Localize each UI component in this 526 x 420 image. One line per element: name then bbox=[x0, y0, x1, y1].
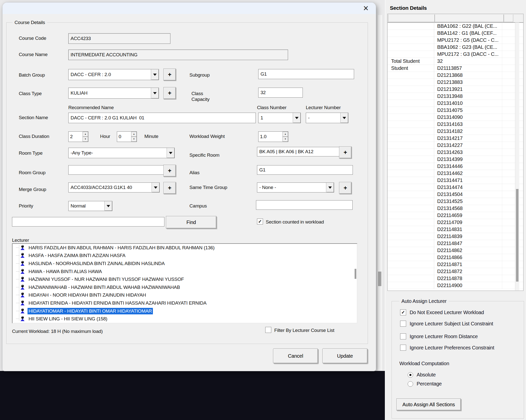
section-counted-checkbox[interactable]: ✓ bbox=[257, 219, 263, 225]
table-row[interactable]: D21213883 bbox=[388, 79, 523, 86]
table-row[interactable]: BBA1142 : G1 (BAL (CEF... bbox=[388, 30, 523, 37]
table-row[interactable]: MPU2172 : G3 (DACC - C... bbox=[388, 51, 523, 58]
table-row[interactable]: D22114839 bbox=[388, 233, 523, 240]
room-type-select[interactable]: -Any Type- bbox=[68, 148, 175, 158]
table-row[interactable]: D21314474 bbox=[388, 184, 523, 191]
add-same-time-group-button[interactable]: + bbox=[339, 182, 352, 194]
table-row[interactable]: D21314525 bbox=[388, 198, 523, 205]
chevron-down-icon[interactable] bbox=[104, 201, 112, 211]
table-row[interactable]: D22114871 bbox=[388, 261, 523, 268]
table-row[interactable]: StudentD21113857 bbox=[388, 65, 523, 72]
table-row[interactable]: D21314504 bbox=[388, 191, 523, 198]
table-row[interactable]: D22114866 bbox=[388, 254, 523, 261]
table-row[interactable]: D22114709 bbox=[388, 219, 523, 226]
course-name-field[interactable]: INTERMEDIATE ACCOUNTING bbox=[68, 50, 288, 60]
minute-stepper[interactable]: 0 ▲▼ bbox=[117, 131, 137, 142]
close-icon[interactable]: × bbox=[360, 3, 371, 14]
table-row[interactable]: D21314182 bbox=[388, 128, 523, 135]
chevron-down-icon[interactable] bbox=[326, 183, 334, 192]
table-row[interactable]: D22114878 bbox=[388, 275, 523, 282]
checkbox[interactable] bbox=[400, 345, 406, 351]
workload-computation-radio-row[interactable]: Absolute bbox=[408, 372, 436, 378]
auto-assign-all-sections-button[interactable]: Auto Assign All Sections bbox=[396, 398, 461, 410]
spinner-up-icon[interactable]: ▲ bbox=[83, 132, 88, 137]
table-row[interactable]: D22114862 bbox=[388, 247, 523, 254]
checkbox[interactable] bbox=[400, 333, 406, 339]
chevron-down-icon[interactable] bbox=[151, 69, 159, 80]
auto-assign-checkbox-row[interactable]: ✓Do Not Exceed Lecturer Workload bbox=[400, 309, 484, 315]
cancel-button[interactable]: Cancel bbox=[273, 348, 318, 363]
table-row[interactable]: D21314075 bbox=[388, 107, 523, 114]
auto-assign-checkbox-row[interactable]: Ignore Lecturer Room Distance bbox=[400, 333, 478, 339]
table-row[interactable]: D21213921 bbox=[388, 86, 523, 93]
table-row[interactable]: D21314568 bbox=[388, 205, 523, 212]
spinner-down-icon[interactable]: ▼ bbox=[283, 137, 288, 142]
table-row[interactable]: D21314163 bbox=[388, 121, 523, 128]
table-header-cell[interactable] bbox=[388, 15, 435, 22]
table-row[interactable]: MPU2172 : G5 (DACC - C... bbox=[388, 37, 523, 44]
priority-select[interactable]: Normal bbox=[68, 201, 112, 211]
table-row[interactable]: D21314446 bbox=[388, 163, 523, 170]
class-capacity-field[interactable]: 32 bbox=[258, 88, 303, 98]
merge-group-select[interactable]: ACC4033/ACC4233 G1K1 40 bbox=[68, 182, 160, 192]
table-row[interactable]: D21314010 bbox=[388, 100, 523, 107]
chevron-down-icon[interactable] bbox=[293, 113, 301, 123]
lecturer-list-item[interactable]: HII SIEW LING - HII SIEW LING (158) bbox=[13, 315, 357, 323]
table-row[interactable]: D21314462 bbox=[388, 170, 523, 177]
lecturer-list-item[interactable]: HIDAYAH - NOOR HIDAYAH BINTI ZAINUDIN HI… bbox=[13, 291, 357, 299]
lecturer-number-select[interactable]: - bbox=[306, 113, 348, 123]
auto-assign-checkbox-row[interactable]: Ignore Lecturer Subject List Constraint bbox=[400, 321, 493, 327]
workload-computation-radio-row[interactable]: Percentage bbox=[408, 381, 442, 387]
specific-room-field[interactable]: BK A05 | BK A06 | BK A12 bbox=[257, 147, 341, 156]
lecturer-list[interactable]: HARIS FADZILAH BIN ABDUL RAHMAN - HARIS … bbox=[12, 243, 357, 323]
background-scrollbar[interactable] bbox=[377, 15, 383, 370]
table-scrollbar[interactable] bbox=[515, 23, 519, 290]
spinner-up-icon[interactable]: ▲ bbox=[131, 132, 137, 137]
add-class-type-button[interactable]: + bbox=[163, 87, 176, 99]
lecturer-list-item[interactable]: HAWA - HAWA BINTI ALIAS HAWA bbox=[13, 268, 357, 276]
workload-weight-stepper[interactable]: 1.0 ▲▼ bbox=[258, 131, 288, 142]
same-time-group-select[interactable]: - None - bbox=[257, 182, 334, 192]
spinner-up-icon[interactable]: ▲ bbox=[283, 132, 288, 137]
table-row[interactable]: D22114659 bbox=[388, 212, 523, 219]
lecturer-list-item[interactable]: HARIS FADZILAH BIN ABDUL RAHMAN - HARIS … bbox=[13, 244, 357, 252]
lecturer-list-item[interactable]: HAZWANIWAHAB - HAZWANI BINTI ABDUL WAHAB… bbox=[13, 283, 357, 291]
table-row[interactable]: D21314471 bbox=[388, 177, 523, 184]
add-merge-group-button[interactable]: + bbox=[163, 182, 176, 194]
table-row[interactable]: D21314399 bbox=[388, 156, 523, 163]
find-button[interactable]: Find bbox=[166, 216, 216, 229]
filter-by-lecturer-checkbox[interactable] bbox=[265, 327, 271, 333]
table-row[interactable]: D22114900 bbox=[388, 282, 523, 289]
table-row[interactable]: D21314227 bbox=[388, 142, 523, 149]
chevron-down-icon[interactable] bbox=[340, 113, 348, 123]
table-row[interactable]: D21213868 bbox=[388, 72, 523, 79]
table-row[interactable]: D21314090 bbox=[388, 114, 523, 121]
class-type-select[interactable]: KULIAH bbox=[68, 88, 159, 99]
table-row[interactable]: D21314217 bbox=[388, 135, 523, 142]
add-batch-group-button[interactable]: + bbox=[163, 69, 176, 81]
chevron-down-icon[interactable] bbox=[152, 183, 159, 192]
table-row[interactable]: Total Student32 bbox=[388, 58, 523, 65]
section-name-field[interactable]: DACC - CEFR : 2.0 G1 KULIAH 01 bbox=[68, 113, 256, 123]
course-code-field[interactable]: ACC4233 bbox=[68, 33, 170, 44]
alias-field[interactable]: G1 bbox=[257, 165, 353, 175]
lecturer-list-item[interactable]: HIDAYATI ERNIDA - HIDAYATI ERNIDA BINTI … bbox=[13, 299, 357, 307]
table-header-cell[interactable] bbox=[435, 15, 504, 22]
table-row[interactable]: BBA1062 : G22 (BAL (CE... bbox=[388, 23, 523, 30]
table-scrollbar-thumb[interactable] bbox=[516, 189, 518, 282]
table-row[interactable]: D22114872 bbox=[388, 268, 523, 275]
add-specific-room-button[interactable]: + bbox=[339, 146, 352, 158]
spinner-down-icon[interactable]: ▼ bbox=[83, 137, 88, 142]
spinner-down-icon[interactable]: ▼ bbox=[131, 137, 137, 142]
chevron-down-icon[interactable] bbox=[167, 148, 174, 158]
background-scrollbar-thumb[interactable] bbox=[378, 272, 381, 286]
checkbox[interactable] bbox=[400, 321, 406, 327]
section-details-table[interactable]: BBA1062 : G22 (BAL (CE...BBA1142 : G1 (B… bbox=[387, 14, 523, 291]
table-header-cell[interactable] bbox=[504, 15, 513, 22]
room-group-field[interactable] bbox=[68, 165, 165, 175]
update-button[interactable]: Update bbox=[322, 348, 368, 363]
add-room-group-button[interactable]: + bbox=[163, 165, 176, 177]
lecturer-list-item[interactable]: HASFA - HASFA ZAIMA BINTI AZIZAN HASFA bbox=[13, 252, 357, 260]
chevron-down-icon[interactable] bbox=[151, 88, 159, 98]
auto-assign-checkbox-row[interactable]: Ignore Lecturer Preferences Constraint bbox=[400, 345, 494, 351]
